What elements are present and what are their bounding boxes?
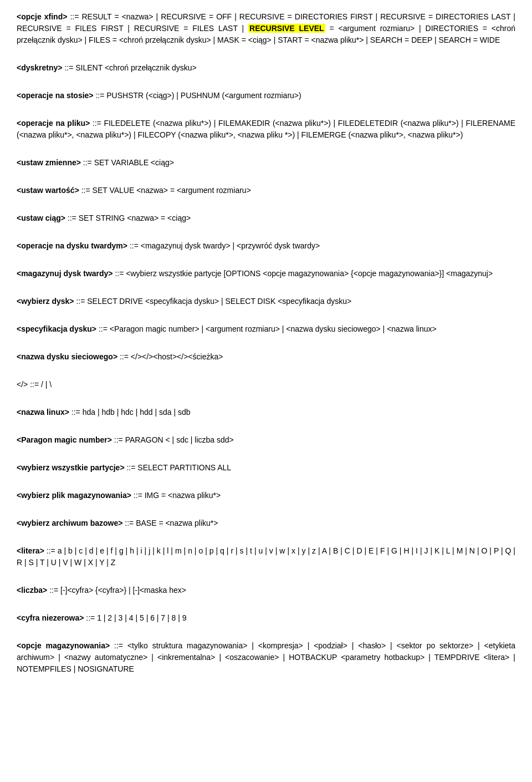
keyword-liczba: <liczba> <box>17 586 47 595</box>
grammar-line-nazwa-linux: <nazwa linux> ::= hda | hdb | hdc | hdd … <box>17 407 515 418</box>
keyword-opcje-xfind: <opcje xfind> <box>17 12 67 21</box>
grammar-line-paragon-magic: <Paragon magic number> ::= PARAGON < | s… <box>17 434 515 446</box>
grammar-line-ustaw-ciag: <ustaw ciąg> ::= SET STRING <nazwa> = <c… <box>17 212 515 224</box>
keyword-paragon-magic: <Paragon magic number> <box>17 435 112 444</box>
text-magazynuj-dysk: ::= <wybierz wszystkie partycje [OPTIONS… <box>115 269 493 278</box>
grammar-line-operacje-dysk: <operacje na dysku twardym> ::= <magazyn… <box>17 240 515 252</box>
text-wybierz-archiwum: ::= BASE = <nazwa pliku*> <box>125 519 218 527</box>
keyword-magazynuj-dysk: <magazynuj dysk twardy> <box>17 269 113 278</box>
keyword-opcje-mag: <opcje magazynowania> <box>17 641 110 650</box>
grammar-line-opcje-xfind: <opcje xfind> ::= RESULT = <nazwa> | REC… <box>17 11 515 46</box>
grammar-line-liczba: <liczba> ::= [-]<cyfra> {<cyfra>} | [-]<… <box>17 585 515 596</box>
keyword-nazwa-linux: <nazwa linux> <box>17 408 69 417</box>
grammar-line-slash: </> ::= / | \ <box>17 379 515 390</box>
grammar-line-ustaw-zmienne: <ustaw zmienne> ::= SET VARIABLE <ciąg> <box>17 157 515 169</box>
keyword-wybierz-partycje: <wybierz wszystkie partycje> <box>17 463 125 472</box>
grammar-line-wybierz-archiwum: <wybierz archiwum bazowe> ::= BASE = <na… <box>17 517 515 529</box>
grammar-line-litera: <litera> ::= a | b | c | d | e | f | g |… <box>17 545 515 568</box>
grammar-line-wybierz-plik-mag: <wybierz plik magazynowania> ::= IMG = <… <box>17 490 515 501</box>
highlight-recursive-level: RECURSIVE LEVEL <box>248 24 325 33</box>
keyword-operacje-pliku: <operacje na pliku> <box>17 119 90 128</box>
grammar-line-wybierz-dysk: <wybierz dysk> ::= SELECT DRIVE <specyfi… <box>17 296 515 307</box>
text-paragon-magic: ::= PARAGON < | sdc | liczba sdd> <box>114 435 234 444</box>
grammar-line-dyskretny: <dyskretny> ::= SILENT <chroń przełączni… <box>17 62 515 74</box>
keyword-wybierz-plik-mag: <wybierz plik magazynowania> <box>17 491 131 500</box>
text-operacje-pliku: ::= FILEDELETE (<nazwa pliku*>) | FILEMA… <box>17 119 515 139</box>
grammar-line-cyfra-niezerowa: <cyfra niezerowa> ::= 1 | 2 | 3 | 4 | 5 … <box>17 612 515 624</box>
keyword-specyfikacja-dysku: <specyfikacja dysku> <box>17 324 96 333</box>
text-wybierz-dysk: ::= SELECT DRIVE <specyfikacja dysku> | … <box>76 297 351 306</box>
text-nazwa-dysk-siec: ::= </></><host></><ścieżka> <box>120 352 223 361</box>
grammar-line-operacje-pliku: <operacje na pliku> ::= FILEDELETE (<naz… <box>17 118 515 141</box>
text-operacje-dysk: ::= <magazynuj dysk twardy> | <przywróć … <box>130 241 320 250</box>
text-operacje-stosie: ::= PUSHSTR (<ciąg>) | PUSHNUM (<argumen… <box>95 91 301 100</box>
text-ustaw-zmienne: ::= SET VARIABLE <ciąg> <box>83 158 174 167</box>
text-wybierz-partycje: ::= SELECT PARTITIONS ALL <box>126 463 231 472</box>
keyword-ustaw-zmienne: <ustaw zmienne> <box>17 158 81 167</box>
keyword-operacje-stosie: <operacje na stosie> <box>17 91 94 100</box>
text-cyfra-niezerowa: ::= 1 | 2 | 3 | 4 | 5 | 6 | 7 | 8 | 9 <box>86 613 186 622</box>
grammar-line-operacje-stosie: <operacje na stosie> ::= PUSHSTR (<ciąg>… <box>17 90 515 101</box>
grammar-line-opcje-mag: <opcje magazynowania> ::= <tylko struktu… <box>17 640 515 675</box>
text-litera: ::= a | b | c | d | e | f | g | h | i | … <box>17 546 515 567</box>
grammar-line-ustaw-wartosc: <ustaw wartość> ::= SET VALUE <nazwa> = … <box>17 185 515 196</box>
main-content: <opcje xfind> ::= RESULT = <nazwa> | REC… <box>17 11 515 675</box>
text-nazwa-linux: ::= hda | hdb | hdc | hdd | sda | sdb <box>71 408 191 417</box>
text-liczba: ::= [-]<cyfra> {<cyfra>} | [-]<maska hex… <box>49 586 186 595</box>
text-ustaw-ciag: ::= SET STRING <nazwa> = <ciąg> <box>68 214 191 222</box>
keyword-ustaw-wartosc: <ustaw wartość> <box>17 186 79 195</box>
keyword-wybierz-dysk: <wybierz dysk> <box>17 297 74 306</box>
keyword-litera: <litera> <box>17 546 44 555</box>
keyword-wybierz-archiwum: <wybierz archiwum bazowe> <box>17 519 122 527</box>
grammar-line-nazwa-dysk-siec: <nazwa dysku sieciowego> ::= </></><host… <box>17 351 515 363</box>
text-dyskretny: ::= SILENT <chroń przełącznik dysku> <box>64 63 196 72</box>
text-slash: </> ::= / | \ <box>17 380 52 389</box>
keyword-nazwa-dysk-siec: <nazwa dysku sieciowego> <box>17 352 117 361</box>
grammar-line-wybierz-partycje: <wybierz wszystkie partycje> ::= SELECT … <box>17 462 515 474</box>
keyword-operacje-dysk: <operacje na dysku twardym> <box>17 241 127 250</box>
grammar-line-magazynuj-dysk: <magazynuj dysk twardy> ::= <wybierz wsz… <box>17 268 515 280</box>
text-specyfikacja-dysku: ::= <Paragon magic number> | <argument r… <box>99 324 437 333</box>
text-wybierz-plik-mag: ::= IMG = <nazwa pliku*> <box>134 491 221 500</box>
keyword-ustaw-ciag: <ustaw ciąg> <box>17 214 65 222</box>
keyword-cyfra-niezerowa: <cyfra niezerowa> <box>17 613 84 622</box>
text-ustaw-wartosc: ::= SET VALUE <nazwa> = <argument rozmia… <box>81 186 251 195</box>
keyword-dyskretny: <dyskretny> <box>17 63 63 72</box>
grammar-line-specyfikacja-dysku: <specyfikacja dysku> ::= <Paragon magic … <box>17 323 515 335</box>
